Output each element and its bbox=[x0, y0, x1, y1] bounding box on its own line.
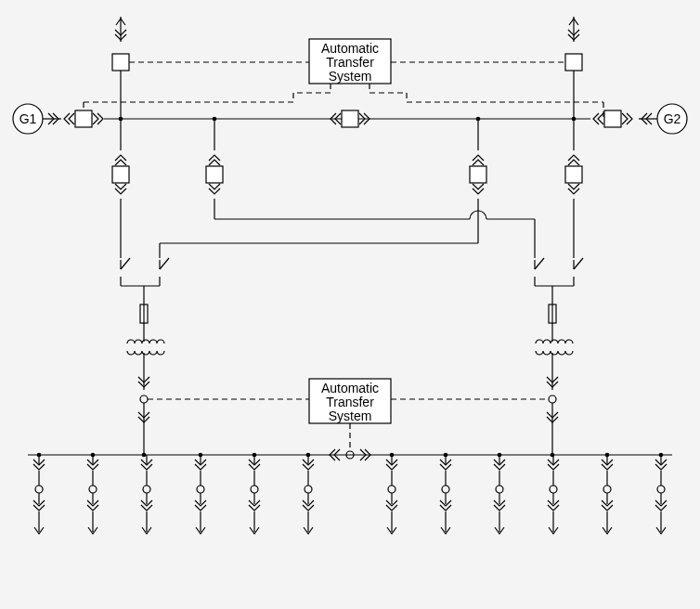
generator-g2: G2 bbox=[657, 104, 687, 134]
ats-lower-l3: System bbox=[329, 408, 372, 423]
gen-g2-label: G2 bbox=[664, 111, 681, 126]
main-breaker-left bbox=[112, 54, 129, 71]
svg-point-55 bbox=[551, 453, 555, 458]
main-breaker-right bbox=[565, 54, 582, 71]
switch-pair-right bbox=[535, 258, 583, 304]
ats-tie-link-a bbox=[293, 84, 331, 102]
ats-lower: Automatic Transfer System bbox=[309, 379, 391, 423]
utility-incomer-left bbox=[115, 17, 126, 42]
svg-point-72 bbox=[253, 453, 257, 458]
feeder-breaker-3 bbox=[470, 119, 486, 219]
transformer-right bbox=[536, 340, 573, 355]
generator-g1: G1 bbox=[13, 104, 43, 134]
gen-breaker-right bbox=[593, 110, 632, 127]
fuse-left bbox=[140, 304, 148, 323]
ats-lower-l1: Automatic bbox=[321, 381, 379, 395]
ats-upper: Automatic Transfer System bbox=[309, 39, 391, 84]
transformer-left bbox=[127, 340, 164, 355]
svg-point-77 bbox=[605, 453, 610, 458]
feeder-breaker-1 bbox=[112, 119, 129, 258]
feeder-breaker-2 bbox=[206, 119, 223, 219]
svg-point-73 bbox=[306, 453, 311, 458]
ats-upper-l1: Automatic bbox=[321, 41, 379, 56]
fuse-right bbox=[549, 304, 556, 323]
utility-incomer-right bbox=[568, 17, 579, 42]
crossover-a bbox=[214, 211, 535, 258]
gen-breaker-left bbox=[64, 110, 103, 127]
gen-g1-label: G1 bbox=[19, 111, 37, 126]
ats-lower-l2: Transfer bbox=[326, 395, 374, 409]
ats-upper-l2: Transfer bbox=[326, 55, 374, 70]
svg-point-75 bbox=[444, 453, 448, 458]
switch-pair-left bbox=[121, 258, 169, 304]
feeder-breaker-4 bbox=[565, 119, 582, 258]
svg-point-69 bbox=[37, 453, 42, 458]
ats-tie-link-b bbox=[369, 84, 407, 102]
svg-point-76 bbox=[498, 453, 502, 458]
ats-upper-l3: System bbox=[329, 69, 372, 84]
svg-point-70 bbox=[91, 453, 96, 458]
secondary-main-right bbox=[549, 395, 556, 403]
crossover-b bbox=[160, 219, 478, 258]
single-line-diagram: Automatic Transfer System G1 G2 bbox=[0, 0, 700, 609]
svg-point-74 bbox=[390, 453, 395, 458]
svg-point-78 bbox=[659, 453, 664, 458]
secondary-main-left bbox=[140, 395, 148, 403]
svg-point-71 bbox=[199, 453, 203, 458]
svg-point-54 bbox=[142, 453, 147, 458]
outgoing-feeders bbox=[33, 453, 667, 534]
